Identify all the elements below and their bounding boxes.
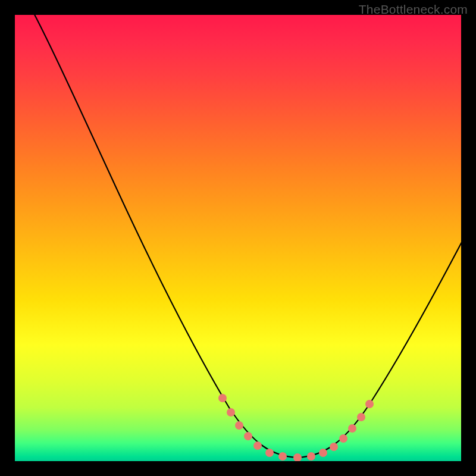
curve-layer — [15, 15, 461, 461]
curve-marker — [330, 443, 338, 451]
curve-marker — [278, 452, 287, 461]
curve-marker — [218, 394, 227, 402]
plot-area — [15, 15, 461, 461]
curve-marker — [235, 421, 243, 430]
chart-frame: TheBottleneck.com — [0, 0, 476, 476]
curve-marker — [265, 449, 274, 457]
curve-marker — [244, 432, 252, 440]
bottleneck-curve — [32, 15, 461, 458]
curve-marker — [293, 453, 302, 461]
curve-marker — [339, 434, 347, 443]
marker-group — [218, 394, 374, 461]
curve-marker — [357, 413, 365, 421]
curve-marker — [227, 408, 235, 416]
curve-marker — [365, 400, 374, 408]
curve-marker — [307, 452, 315, 461]
watermark-text: TheBottleneck.com — [359, 2, 468, 17]
curve-marker — [319, 449, 327, 457]
curve-marker — [348, 424, 356, 433]
curve-marker — [253, 441, 262, 450]
